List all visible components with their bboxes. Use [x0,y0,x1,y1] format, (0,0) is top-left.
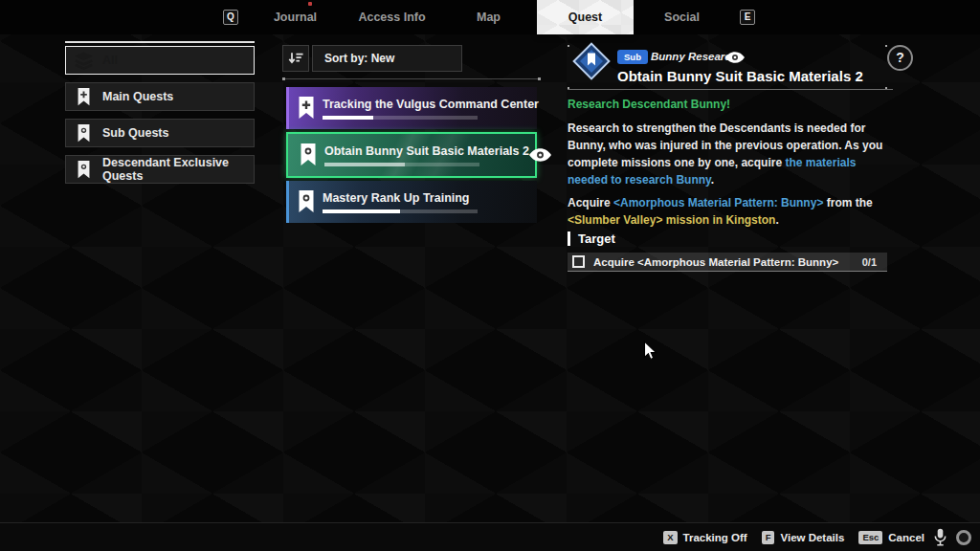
quest-progress-fill [324,163,405,166]
tab-journal[interactable]: Journal [247,0,344,34]
text-segment: <Amorphous Material Pattern: Bunny> [613,196,823,209]
tab-quest[interactable]: Quest [537,0,634,34]
sort-direction-button[interactable] [282,45,309,72]
quest-filter-sidebar: AllMain QuestsSub QuestsDescendant Exclu… [65,41,255,191]
microphone-icon[interactable] [932,528,948,547]
quest-title: Obtain Bunny Suit Basic Materials 2 [617,68,863,84]
bottom-action-bar: XTracking OffFView DetailsEscCancel [0,522,980,551]
bookmark-dot-icon [297,190,316,213]
sort-by-dropdown[interactable]: Sort by: New [312,45,462,72]
quest-item-body: Obtain Bunny Suit Basic Materials 2 [324,143,529,166]
text-segment: . [775,213,778,227]
key-hint-x: X [663,531,677,544]
quest-progress-bar [323,116,478,120]
bookmark-dot-icon [75,124,93,143]
sidebar-item-label: Main Quests [102,90,173,103]
sidebar-divider [65,41,255,43]
target-checkbox[interactable] [572,255,585,268]
key-hint-q: Q [223,10,238,25]
quest-progress-fill [323,209,400,213]
bookmark-plus-icon [75,88,93,106]
sidebar-item-label: Sub Quests [102,126,168,140]
quest-description: Research to strengthen the Descendants i… [568,120,893,188]
sort-icon [288,52,303,66]
quest-list-divider [282,78,541,79]
quest-item-body: Mastery Rank Up Training [323,190,537,213]
sidebar-item-all[interactable]: All [65,46,255,75]
key-hint-f: F [762,531,775,544]
quest-accent-strip [286,181,289,223]
quest-item-title: Obtain Bunny Suit Basic Materials 2 [324,144,529,158]
quest-list-item-tracking-the-vulgus-command-center[interactable]: Tracking the Vulgus Command Center [286,87,537,129]
target-label: Acquire <Amorphous Material Pattern: Bun… [593,256,862,268]
target-header: Target [568,231,615,246]
top-menu-bar: Q JournalAccess InfoMapQuestSocial E [0,0,980,34]
layers-icon [75,52,93,70]
notification-dot [308,2,312,6]
text-segment: . [711,173,714,187]
tab-access-info[interactable]: Access Info [344,0,440,34]
quest-type-emblem-icon [572,42,611,80]
quest-list-column: Sort by: New Tracking the Vulgus Command… [282,45,541,223]
sort-by-label: Sort by: New [324,52,394,65]
tab-map[interactable]: Map [440,0,537,34]
detail-divider [568,89,893,90]
action-label: Cancel [888,532,924,543]
sidebar-item-label: All [102,54,118,67]
menu-tabs: JournalAccess InfoMapQuestSocial [247,0,730,34]
corner-dot [885,45,887,47]
quest-category-badge: Sub [617,50,648,64]
help-button[interactable]: ? [887,45,913,71]
bookmark-dot-icon [75,161,93,179]
action-cancel[interactable]: EscCancel [858,531,924,544]
sidebar-item-main-quests[interactable]: Main Quests [65,82,255,111]
text-segment: Acquire [568,196,613,209]
sidebar-item-label: Descendant Exclusive Quests [102,156,245,183]
sidebar-item-sub-quests[interactable]: Sub Quests [65,119,255,147]
tracked-eye-icon [725,52,745,63]
action-label: View Details [780,532,844,543]
action-tracking-off[interactable]: XTracking Off [663,531,746,544]
quest-progress-bar [323,209,478,213]
key-hint-esc: Esc [858,531,882,544]
action-label: Tracking Off [683,532,747,543]
target-header-label: Target [578,231,615,246]
quest-progress-bar [324,163,479,166]
quest-item-title: Mastery Rank Up Training [323,191,537,205]
text-segment: from the [823,196,872,209]
tracked-eye-icon [529,148,551,162]
sidebar-item-descendant-exclusive-quests[interactable]: Descendant Exclusive Quests [65,155,255,184]
quest-progress-fill [323,116,373,120]
quest-list-item-obtain-bunny-suit-basic-materials-2[interactable]: Obtain Bunny Suit Basic Materials 2 [286,132,537,178]
bookmark-dot-icon [299,143,318,166]
target-count: 0/1 [862,256,887,268]
mouse-cursor [643,341,657,363]
action-view-details[interactable]: FView Details [762,531,845,544]
quest-screen: Q JournalAccess InfoMapQuestSocial E All… [0,0,980,551]
quest-item-title: Tracking the Vulgus Command Center [323,98,539,111]
text-segment: <Slumber Valley> mission in Kingston [568,213,775,227]
quest-list-item-mastery-rank-up-training[interactable]: Mastery Rank Up Training [286,181,537,223]
quest-instructions: Acquire <Amorphous Material Pattern: Bun… [568,194,893,229]
tab-social[interactable]: Social [634,0,730,34]
key-hint-e: E [740,10,755,25]
target-header-bar [568,231,570,246]
voice-channel-icon[interactable] [956,530,971,545]
corner-dot [568,45,569,47]
quest-highlight-text: Research Descendant Bunny! [568,98,730,111]
target-row: Acquire <Amorphous Material Pattern: Bun… [568,253,887,272]
sort-row: Sort by: New [282,45,541,72]
quest-accent-strip [286,87,289,129]
bookmark-plus-icon [297,97,316,120]
quest-item-body: Tracking the Vulgus Command Center [323,97,539,120]
